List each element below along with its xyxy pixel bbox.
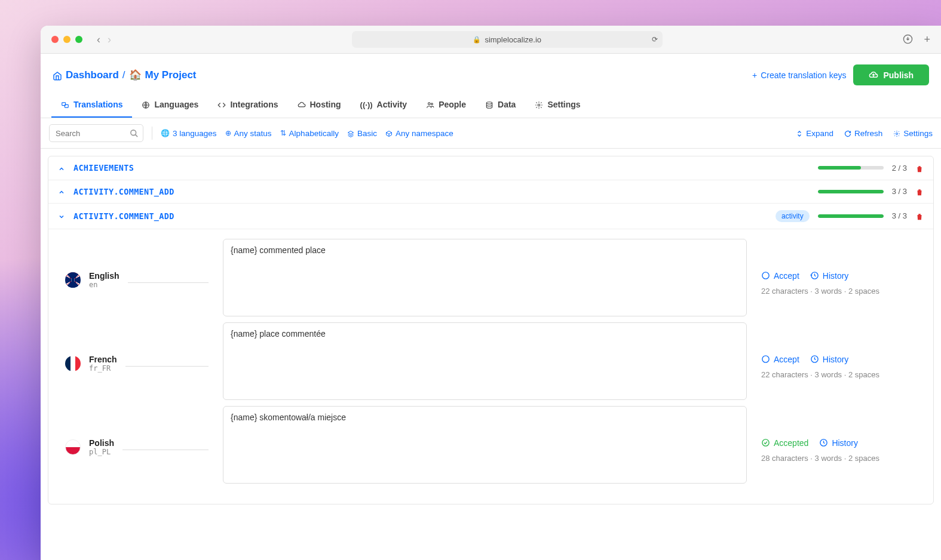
- browser-toolbar: ‹ › 🔒 simplelocalize.io ⟳ +: [41, 26, 941, 54]
- filter-languages[interactable]: 🌐 3 languages: [161, 129, 217, 138]
- language-code: fr_FR: [89, 364, 117, 373]
- progress-text: 3 / 3: [892, 187, 907, 196]
- window-maximize-button[interactable]: [75, 36, 82, 43]
- svg-point-6: [486, 102, 492, 104]
- delete-icon[interactable]: [915, 211, 924, 221]
- key-name: ACTIVITY.COMMENT_ADD: [73, 187, 174, 196]
- downloads-icon[interactable]: [903, 33, 913, 46]
- progress-bar: [818, 166, 884, 170]
- tab-hosting[interactable]: Hosting: [288, 94, 351, 118]
- delete-icon[interactable]: [915, 187, 924, 196]
- svg-point-8: [131, 130, 136, 136]
- translation-input[interactable]: [223, 239, 747, 316]
- create-translation-keys-button[interactable]: + Create translation keys: [752, 70, 846, 80]
- publish-button[interactable]: Publish: [853, 64, 929, 85]
- settings-button[interactable]: Settings: [893, 129, 933, 138]
- accept-button[interactable]: Accept: [761, 271, 799, 281]
- breadcrumb-project[interactable]: My Project: [145, 69, 197, 81]
- progress-bar: [818, 214, 884, 218]
- database-icon: [485, 100, 494, 110]
- search-icon: [130, 128, 139, 138]
- sort-icon: ⇅: [280, 129, 286, 137]
- svg-point-4: [428, 103, 431, 105]
- keys-list: ACHIEVEMENTS 2 / 3 ACTIVITY.COMMENT_ADD …: [48, 156, 934, 504]
- svg-point-5: [431, 103, 433, 105]
- breadcrumb-dashboard[interactable]: Dashboard: [66, 69, 119, 81]
- history-button[interactable]: History: [810, 355, 849, 364]
- language-name: French: [89, 355, 117, 364]
- key-expanded-content: English en Accept: [48, 229, 933, 504]
- expand-all-button[interactable]: Expand: [796, 129, 833, 138]
- breadcrumb: Dashboard / 🏠 My Project: [53, 69, 197, 81]
- box-icon: [385, 129, 393, 137]
- cloud-icon: [298, 100, 306, 110]
- app: Dashboard / 🏠 My Project + Create transl…: [41, 54, 941, 560]
- tab-settings[interactable]: Settings: [525, 94, 590, 118]
- circle-plus-icon: ⊕: [225, 129, 231, 137]
- refresh-icon: [844, 129, 851, 137]
- tabs: Translations Languages Integrations Host…: [41, 94, 941, 118]
- layers-icon: [347, 129, 354, 137]
- translation-row: English en Accept: [65, 239, 917, 316]
- forward-button[interactable]: ›: [108, 33, 111, 46]
- svg-point-12: [762, 439, 769, 446]
- language-code: en: [89, 281, 119, 289]
- url-bar[interactable]: 🔒 simplelocalize.io ⟳: [352, 31, 663, 48]
- key-row[interactable]: ACTIVITY.COMMENT_ADD 3 / 3: [48, 180, 933, 204]
- progress-text: 2 / 3: [892, 164, 907, 173]
- window-close-button[interactable]: [51, 36, 59, 43]
- filter-bar: 🌐 3 languages ⊕ Any status ⇅ Alphabetica…: [41, 118, 941, 149]
- code-icon: [217, 100, 226, 110]
- flag-fr-icon: [65, 356, 81, 371]
- tab-languages[interactable]: Languages: [132, 94, 208, 118]
- browser-window: ‹ › 🔒 simplelocalize.io ⟳ + Dashboard / …: [41, 26, 941, 560]
- svg-point-10: [762, 272, 769, 279]
- progress-text: 3 / 3: [892, 211, 907, 220]
- delete-icon[interactable]: [915, 163, 924, 173]
- breadcrumb-project-emoji: 🏠: [129, 69, 142, 81]
- accepted-button[interactable]: Accepted: [761, 438, 808, 448]
- key-row[interactable]: ACTIVITY.COMMENT_ADD activity 3 / 3: [48, 204, 933, 229]
- language-name: English: [89, 271, 119, 281]
- language-name: Polish: [89, 438, 114, 448]
- people-icon: [426, 100, 434, 110]
- translation-row: Polish pl_PL Accepted: [65, 406, 917, 484]
- accept-button[interactable]: Accept: [761, 355, 799, 364]
- lock-icon: 🔒: [473, 36, 481, 44]
- chevron-up-icon[interactable]: [58, 164, 66, 173]
- svg-point-11: [762, 356, 769, 362]
- tab-people[interactable]: People: [416, 94, 476, 118]
- history-button[interactable]: History: [810, 271, 849, 281]
- filter-view[interactable]: Basic: [347, 129, 377, 138]
- translate-icon: [61, 100, 69, 110]
- chevron-down-icon[interactable]: [58, 211, 66, 220]
- translation-stats: 22 characters · 3 words · 2 spaces: [761, 287, 917, 296]
- history-button[interactable]: History: [819, 438, 858, 448]
- flag-uk-icon: [65, 272, 81, 288]
- filter-namespace[interactable]: Any namespace: [385, 129, 453, 138]
- expand-icon: [796, 129, 803, 137]
- window-minimize-button[interactable]: [63, 36, 71, 43]
- tab-translations[interactable]: Translations: [51, 94, 132, 118]
- translation-input[interactable]: [223, 322, 747, 400]
- back-button[interactable]: ‹: [97, 33, 100, 46]
- tab-data[interactable]: Data: [476, 94, 525, 118]
- filter-sort[interactable]: ⇅ Alphabetically: [280, 129, 339, 138]
- tab-integrations[interactable]: Integrations: [208, 94, 287, 118]
- gear-icon: [893, 129, 900, 137]
- tab-activity[interactable]: ((·)) Activity: [351, 94, 417, 118]
- namespace-badge: activity: [776, 210, 810, 222]
- translation-row: French fr_FR Accept: [65, 322, 917, 400]
- globe-icon: [142, 100, 150, 110]
- new-tab-icon[interactable]: +: [924, 33, 930, 46]
- key-row[interactable]: ACHIEVEMENTS 2 / 3: [48, 156, 933, 180]
- chevron-up-icon[interactable]: [58, 187, 66, 196]
- globe-icon: 🌐: [161, 129, 170, 137]
- filter-status[interactable]: ⊕ Any status: [225, 129, 272, 138]
- translation-input[interactable]: [223, 406, 747, 484]
- reload-icon[interactable]: ⟳: [652, 35, 658, 44]
- translation-stats: 22 characters · 3 words · 2 spaces: [761, 370, 917, 379]
- home-icon[interactable]: [53, 70, 62, 81]
- refresh-button[interactable]: Refresh: [844, 129, 882, 138]
- progress-bar: [818, 190, 884, 193]
